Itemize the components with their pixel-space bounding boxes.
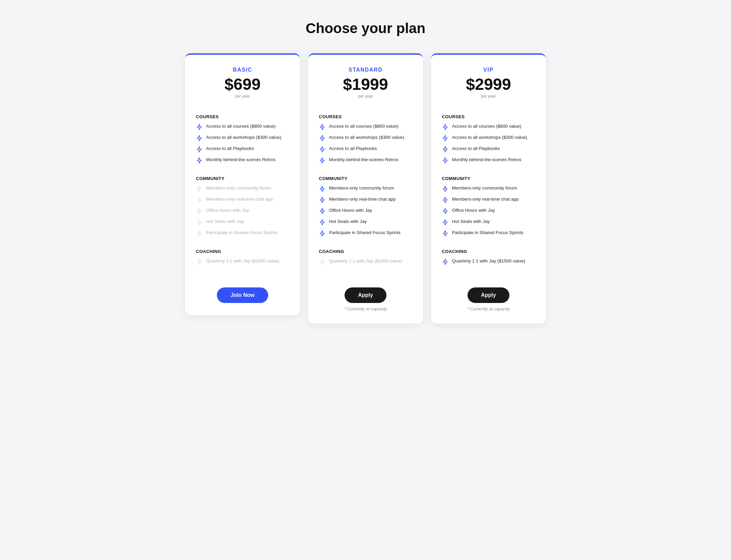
feature-text: Monthly behind-the-scenes Retros	[452, 157, 522, 163]
feature-list-basic-0: Access to all courses ($800 value) Acces…	[196, 123, 289, 168]
section-label-basic-0: COURSES	[196, 114, 289, 119]
feature-item: Members-only real-time chat app	[319, 196, 412, 203]
plan-card-basic: BASIC $699 per year COURSES Access to al…	[185, 53, 300, 315]
feature-text: Hot Seats with Jay	[206, 219, 244, 225]
section-label-standard-1: COMMUNITY	[319, 176, 412, 181]
feature-text: Access to all Playbooks	[329, 146, 377, 152]
feature-item: Access to all courses ($800 value)	[196, 123, 289, 130]
feature-text: Members-only community forum	[206, 185, 271, 192]
feature-item: Participate in Shared Focus Sprints	[442, 230, 535, 237]
feature-item: Access to all workshops ($300 value)	[319, 134, 412, 142]
plan-name-vip: VIP	[442, 67, 535, 73]
feature-item: Access to all workshops ($300 value)	[442, 134, 535, 142]
plans-container: BASIC $699 per year COURSES Access to al…	[180, 53, 551, 324]
feature-item: Members-only community forum	[319, 185, 412, 192]
plan-period-standard: per year	[319, 94, 412, 99]
feature-item: Members-only community forum	[442, 185, 535, 192]
feature-item: Quarterly 1:1 with Jay ($1500 value)	[319, 258, 412, 265]
plan-period-basic: per year	[196, 94, 289, 99]
feature-text: Access to all courses ($800 value)	[206, 123, 276, 130]
capacity-note-standard: * Currently at capacity	[344, 306, 387, 311]
section-label-standard-0: COURSES	[319, 114, 412, 119]
card-footer-standard: Apply * Currently at capacity	[319, 271, 412, 311]
feature-text: Access to all Playbooks	[452, 146, 500, 152]
feature-text: Hot Seats with Jay	[329, 219, 367, 225]
feature-item: Monthly behind-the-scenes Retros	[319, 157, 412, 164]
feature-text: Office Hours with Jay	[329, 207, 372, 214]
feature-list-basic-1: Members-only community forum Members-onl…	[196, 185, 289, 241]
feature-text: Members-only real-time chat app	[206, 196, 273, 203]
feature-item: Office Hours with Jay	[442, 207, 535, 214]
feature-text: Participate in Shared Focus Sprints	[206, 230, 278, 236]
feature-text: Access to all courses ($800 value)	[452, 123, 522, 130]
plan-period-vip: per year	[442, 94, 535, 99]
cta-button-standard[interactable]: Apply	[345, 287, 386, 303]
section-label-vip-2: COACHING	[442, 249, 535, 254]
feature-item: Quarterly 1:1 with Jay ($1500 value)	[442, 258, 535, 265]
cta-button-basic[interactable]: Join Now	[217, 287, 268, 303]
plan-price-standard: $1999	[319, 76, 412, 93]
feature-item: Monthly behind-the-scenes Retros	[442, 157, 535, 164]
feature-text: Hot Seats with Jay	[452, 219, 490, 225]
feature-text: Quarterly 1:1 with Jay ($1500 value)	[329, 258, 402, 264]
feature-item: Monthly behind-the-scenes Retros	[196, 157, 289, 164]
feature-item: Access to all Playbooks	[319, 146, 412, 153]
plan-name-basic: BASIC	[196, 67, 289, 73]
feature-text: Access to all workshops ($300 value)	[329, 134, 404, 141]
plan-name-standard: STANDARD	[319, 67, 412, 73]
feature-list-standard-1: Members-only community forum Members-onl…	[319, 185, 412, 241]
plan-card-standard: STANDARD $1999 per year COURSES Access t…	[308, 53, 423, 324]
feature-item: Hot Seats with Jay	[442, 219, 535, 226]
cta-button-vip[interactable]: Apply	[468, 287, 509, 303]
feature-text: Participate in Shared Focus Sprints	[329, 230, 401, 236]
section-label-standard-2: COACHING	[319, 249, 412, 254]
feature-text: Access to all workshops ($300 value)	[452, 134, 527, 141]
section-label-vip-0: COURSES	[442, 114, 535, 119]
feature-list-vip-1: Members-only community forum Members-onl…	[442, 185, 535, 241]
feature-text: Participate in Shared Focus Sprints	[452, 230, 524, 236]
feature-item: Participate in Shared Focus Sprints	[319, 230, 412, 237]
feature-text: Members-only community forum	[452, 185, 517, 192]
section-label-basic-1: COMMUNITY	[196, 176, 289, 181]
feature-list-vip-2: Quarterly 1:1 with Jay ($1500 value)	[442, 258, 535, 269]
page-title: Choose your plan	[306, 20, 426, 36]
feature-list-standard-0: Access to all courses ($800 value) Acces…	[319, 123, 412, 168]
feature-text: Access to all Playbooks	[206, 146, 254, 152]
plan-card-vip: VIP $2999 per year COURSES Access to all…	[431, 53, 546, 324]
feature-text: Access to all workshops ($300 value)	[206, 134, 281, 141]
card-footer-vip: Apply * Currently at capacity	[442, 271, 535, 311]
feature-item: Members-only real-time chat app	[196, 196, 289, 203]
feature-list-vip-0: Access to all courses ($800 value) Acces…	[442, 123, 535, 168]
feature-item: Access to all courses ($800 value)	[442, 123, 535, 130]
feature-text: Quarterly 1:1 with Jay ($1500 value)	[206, 258, 279, 264]
feature-list-standard-2: Quarterly 1:1 with Jay ($1500 value)	[319, 258, 412, 269]
section-label-vip-1: COMMUNITY	[442, 176, 535, 181]
feature-item: Access to all courses ($800 value)	[319, 123, 412, 130]
feature-text: Office Hours with Jay	[206, 207, 249, 214]
feature-text: Monthly behind-the-scenes Retros	[329, 157, 399, 163]
feature-item: Participate in Shared Focus Sprints	[196, 230, 289, 237]
card-footer-basic: Join Now	[196, 271, 289, 303]
feature-item: Access to all Playbooks	[196, 146, 289, 153]
capacity-note-vip: * Currently at capacity	[467, 306, 510, 311]
feature-text: Members-only real-time chat app	[452, 196, 519, 203]
feature-item: Office Hours with Jay	[319, 207, 412, 214]
feature-text: Monthly behind-the-scenes Retros	[206, 157, 276, 163]
feature-item: Members-only community forum	[196, 185, 289, 192]
feature-item: Access to all Playbooks	[442, 146, 535, 153]
feature-text: Quarterly 1:1 with Jay ($1500 value)	[452, 258, 525, 264]
feature-item: Access to all workshops ($300 value)	[196, 134, 289, 142]
feature-text: Office Hours with Jay	[452, 207, 495, 214]
feature-text: Members-only community forum	[329, 185, 394, 192]
feature-item: Quarterly 1:1 with Jay ($1500 value)	[196, 258, 289, 265]
feature-item: Members-only real-time chat app	[442, 196, 535, 203]
feature-item: Hot Seats with Jay	[319, 219, 412, 226]
feature-item: Hot Seats with Jay	[196, 219, 289, 226]
plan-price-basic: $699	[196, 76, 289, 93]
feature-list-basic-2: Quarterly 1:1 with Jay ($1500 value)	[196, 258, 289, 269]
feature-item: Office Hours with Jay	[196, 207, 289, 214]
plan-price-vip: $2999	[442, 76, 535, 93]
section-label-basic-2: COACHING	[196, 249, 289, 254]
feature-text: Access to all courses ($800 value)	[329, 123, 399, 130]
feature-text: Members-only real-time chat app	[329, 196, 396, 203]
